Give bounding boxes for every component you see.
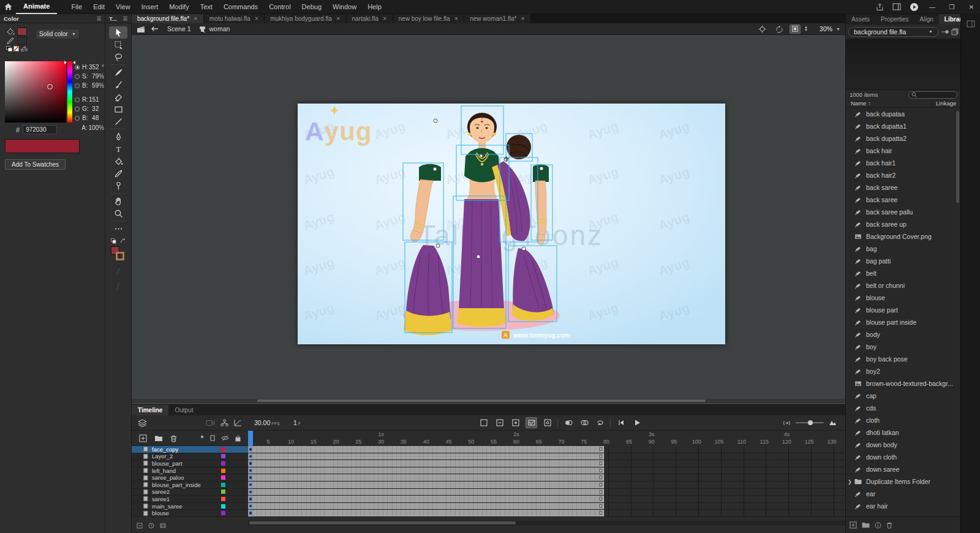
- delete-layer-button[interactable]: [170, 435, 177, 442]
- frame-row-saree1[interactable]: [248, 496, 845, 503]
- minimize-button[interactable]: —: [924, 0, 941, 14]
- layer-outline-color[interactable]: [221, 511, 225, 515]
- document-tab-mukhiya-bodyguard-fla[interactable]: mukhiya bodyguard.fla✕: [265, 14, 346, 23]
- radio-r[interactable]: [75, 97, 80, 102]
- zoom-stepper[interactable]: ▲▼: [804, 26, 808, 32]
- graph-editor-icon[interactable]: [234, 419, 242, 426]
- timeline-zoom-slider[interactable]: [796, 422, 824, 423]
- document-tab-new-boy-low-file-fla[interactable]: new boy low file.fla✕: [393, 14, 465, 23]
- frame-span[interactable]: [248, 496, 604, 502]
- frame-row-left-hand[interactable]: [248, 467, 845, 475]
- tab-properties[interactable]: Properties: [875, 14, 914, 25]
- column-header-linkage[interactable]: Linkage: [936, 100, 956, 107]
- frame-span[interactable]: [248, 503, 604, 510]
- add-camera-icon[interactable]: [206, 420, 215, 426]
- app-name-tab[interactable]: Animate: [16, 0, 57, 14]
- no-color-icon[interactable]: [13, 46, 19, 51]
- library-item-boy2[interactable]: boy2: [846, 365, 961, 377]
- tab-timeline[interactable]: Timeline: [132, 405, 168, 415]
- rotation-icon[interactable]: [772, 25, 786, 33]
- panel-menu-icon[interactable]: ☰: [97, 16, 101, 21]
- library-item-back-dupataa[interactable]: back dupataa: [846, 108, 961, 120]
- layer-outline-color[interactable]: [221, 475, 225, 480]
- library-item-background-cover-png[interactable]: Background Cover.png: [846, 230, 961, 243]
- frame-row-saree-paloo[interactable]: [248, 474, 845, 482]
- slider-knob[interactable]: [808, 420, 813, 425]
- scene-breadcrumb[interactable]: Scene 1: [167, 25, 191, 32]
- collapse-panels-icon[interactable]: [967, 20, 975, 28]
- layer-row-face-copy[interactable]: face_copy: [132, 446, 248, 453]
- library-item-cloth[interactable]: cloth: [846, 414, 961, 426]
- menu-item-control[interactable]: Control: [263, 0, 296, 14]
- lock-column-icon[interactable]: [235, 435, 241, 442]
- onion-skin-button[interactable]: [562, 417, 574, 428]
- menu-item-view[interactable]: View: [110, 0, 136, 14]
- zoom-tool[interactable]: [109, 207, 127, 219]
- radio-b[interactable]: [75, 83, 80, 88]
- library-item-down-cloth[interactable]: down cloth: [846, 451, 961, 463]
- tab-close-icon[interactable]: ✕: [521, 16, 525, 21]
- frame-span[interactable]: [248, 446, 604, 453]
- library-item-down-saree[interactable]: down saree: [846, 463, 961, 475]
- menu-item-commands[interactable]: Commands: [218, 0, 263, 14]
- column-header-name[interactable]: Name↑: [846, 100, 871, 107]
- timeline-footer-icon-2[interactable]: [148, 523, 154, 529]
- mini-swatch-icon[interactable]: [111, 238, 116, 244]
- frame-span[interactable]: [248, 474, 604, 481]
- remove-frame-button[interactable]: [494, 417, 505, 428]
- radio-h[interactable]: [75, 65, 80, 70]
- menu-item-insert[interactable]: Insert: [136, 0, 164, 14]
- library-item-belt[interactable]: belt: [846, 267, 961, 279]
- panel-menu-icon[interactable]: ☰: [123, 16, 127, 21]
- value-number[interactable]: 100: [88, 124, 99, 131]
- reset-timeline-zoom-icon[interactable]: [783, 420, 791, 426]
- zoom-level-value[interactable]: 30%: [812, 25, 832, 32]
- layer-outline-color[interactable]: [221, 483, 225, 487]
- playhead[interactable]: [248, 431, 253, 446]
- library-search-input[interactable]: [908, 91, 957, 99]
- stage-horizontal-scrollbar[interactable]: [132, 399, 845, 403]
- layer-row-main-saree[interactable]: main_saree: [132, 503, 248, 510]
- tab-close-icon[interactable]: ✕: [383, 16, 387, 21]
- stroke-swatch[interactable]: [116, 252, 124, 260]
- timeline-footer-icon-3[interactable]: [160, 523, 166, 529]
- expand-chevron-icon[interactable]: ❯: [848, 479, 852, 485]
- library-item-cds[interactable]: cds: [846, 402, 961, 414]
- library-item-back-dupatta1[interactable]: back dupatta1: [846, 120, 961, 132]
- scene-clapper-icon[interactable]: [134, 25, 148, 33]
- color-type-select[interactable]: Solid color ▼: [36, 29, 80, 39]
- frame-row-saree2[interactable]: [248, 489, 845, 496]
- layer-outline-color[interactable]: [221, 497, 225, 501]
- library-item-back-saree[interactable]: back saree: [846, 181, 961, 194]
- swap-colors-icon[interactable]: [21, 46, 26, 51]
- new-library-panel-icon[interactable]: [951, 28, 959, 36]
- loop-button[interactable]: [594, 417, 606, 428]
- stroke-pencil-icon[interactable]: [6, 37, 15, 45]
- library-item-blouse[interactable]: blouse: [846, 292, 961, 304]
- layer-row-saree2[interactable]: saree2: [132, 489, 248, 496]
- hex-input[interactable]: 972030: [23, 125, 57, 134]
- tab-align[interactable]: Align: [914, 14, 939, 25]
- library-item-ear-hair[interactable]: ear hair: [846, 500, 961, 512]
- library-item-duplicate-items-folder[interactable]: ❯Duplicate Items Folder: [846, 475, 961, 488]
- hide-column-icon[interactable]: [221, 435, 229, 442]
- timeline-horizontal-scrollbar[interactable]: [248, 521, 845, 526]
- frame-ruler[interactable]: 1s2s3s4s 5101520253035404550556065707580…: [248, 431, 845, 446]
- outline-column-icon[interactable]: [210, 435, 215, 442]
- library-item-back-dupatta2[interactable]: back dupatta2: [846, 132, 961, 145]
- frame-row-blouse[interactable]: [248, 510, 845, 517]
- hand-tool[interactable]: [109, 195, 127, 207]
- zoom-dropdown-chevron-icon[interactable]: ▼: [836, 27, 840, 31]
- free-transform-tool[interactable]: [109, 39, 127, 51]
- value-number[interactable]: 48: [89, 115, 99, 121]
- library-item-belt-or-chunni[interactable]: belt or chunni: [846, 279, 961, 292]
- library-item-back-saree[interactable]: back saree: [846, 194, 961, 206]
- eraser-tool[interactable]: [109, 91, 127, 103]
- frame-span[interactable]: [248, 467, 604, 474]
- radio-g[interactable]: [75, 107, 80, 112]
- library-scrollbar[interactable]: [956, 111, 959, 203]
- rectangle-tool[interactable]: [109, 103, 127, 115]
- frame-row-main-saree[interactable]: [248, 503, 845, 510]
- step-back-button[interactable]: [615, 417, 627, 428]
- library-item-back-hair[interactable]: back hair: [846, 145, 961, 157]
